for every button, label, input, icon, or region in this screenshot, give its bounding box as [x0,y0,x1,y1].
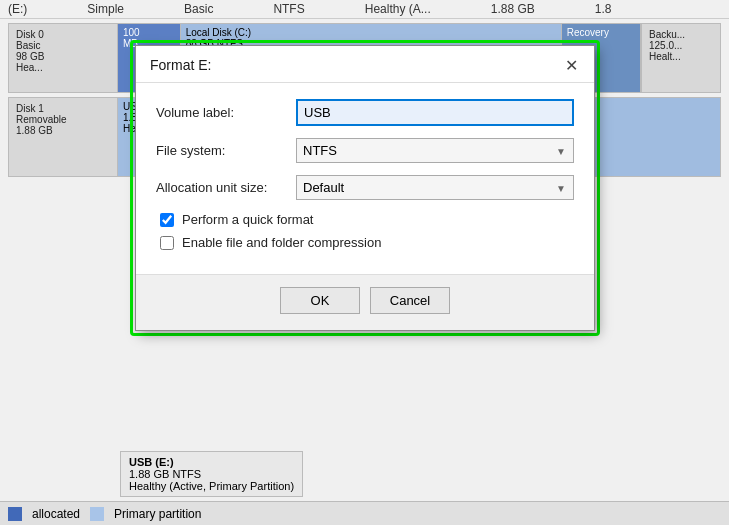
disk0-size: 98 GB [16,51,110,62]
dialog-title: Format E: [150,57,211,73]
bg-col-ntfs: NTFS [273,2,304,16]
file-system-select[interactable]: NTFS FAT32 exFAT [296,138,574,163]
disk1-label: Disk 1 [16,103,110,114]
file-system-label: File system: [156,143,296,158]
ok-button[interactable]: OK [280,287,360,314]
quick-format-label: Perform a quick format [182,212,314,227]
quick-format-checkbox[interactable] [160,213,174,227]
usb-info-line1: USB (E:) [129,456,294,468]
bg-col-basic: Basic [184,2,213,16]
usb-info-box: USB (E:) 1.88 GB NTFS Healthy (Active, P… [120,451,303,497]
cancel-button[interactable]: Cancel [370,287,450,314]
legend-allocated-icon [8,507,22,521]
bg-col-extra: 1.8 [595,2,612,16]
disk1-info: Disk 1 Removable 1.88 GB [8,97,118,177]
format-dialog-wrapper: Format E: ✕ Volume label: File system: N… [130,40,600,336]
disk1-size: 1.88 GB [16,125,110,136]
usb-info-line3: Healthy (Active, Primary Partition) [129,480,294,492]
file-system-row: File system: NTFS FAT32 exFAT [156,138,574,163]
dialog-body: Volume label: File system: NTFS FAT32 ex… [136,83,594,274]
backup-info: Backu... 125.0... Healt... [641,23,721,93]
quick-format-row: Perform a quick format [156,212,574,227]
usb-info-line2: 1.88 GB NTFS [129,468,294,480]
dialog-footer: OK Cancel [136,274,594,330]
bg-col-e: (E:) [8,2,27,16]
disk0-type: Basic [16,40,110,51]
close-button[interactable]: ✕ [562,56,580,74]
disk0-label: Disk 0 [16,29,110,40]
allocation-unit-row: Allocation unit size: Default 512 bytes … [156,175,574,200]
compression-label: Enable file and folder compression [182,235,381,250]
disk0-info: Disk 0 Basic 98 GB Hea... [8,23,118,93]
allocation-unit-select-wrapper: Default 512 bytes 1024 bytes 2048 bytes … [296,175,574,200]
disk1-type: Removable [16,114,110,125]
legend-primary-label: Primary partition [114,507,201,521]
legend-primary-icon [90,507,104,521]
allocation-unit-label: Allocation unit size: [156,180,296,195]
volume-label-control [296,99,574,126]
bg-col-simple: Simple [87,2,124,16]
allocation-unit-select[interactable]: Default 512 bytes 1024 bytes 2048 bytes … [296,175,574,200]
bg-header: (E:) Simple Basic NTFS Healthy (A... 1.8… [0,0,729,19]
backup-label: Backu... [649,29,713,40]
volume-label-input[interactable] [296,99,574,126]
volume-label-row: Volume label: [156,99,574,126]
bg-col-size: 1.88 GB [491,2,535,16]
backup-status: Healt... [649,51,713,62]
legend-allocated-label: allocated [32,507,80,521]
file-system-select-wrapper: NTFS FAT32 exFAT [296,138,574,163]
disk0-status: Hea... [16,62,110,73]
checkboxes-section: Perform a quick format Enable file and f… [156,212,574,250]
status-bar: allocated Primary partition [0,501,729,525]
bg-col-healthy: Healthy (A... [365,2,431,16]
compression-row: Enable file and folder compression [156,235,574,250]
format-dialog: Format E: ✕ Volume label: File system: N… [135,45,595,331]
dialog-titlebar: Format E: ✕ [136,46,594,83]
backup-size: 125.0... [649,40,713,51]
compression-checkbox[interactable] [160,236,174,250]
volume-label-label: Volume label: [156,105,296,120]
